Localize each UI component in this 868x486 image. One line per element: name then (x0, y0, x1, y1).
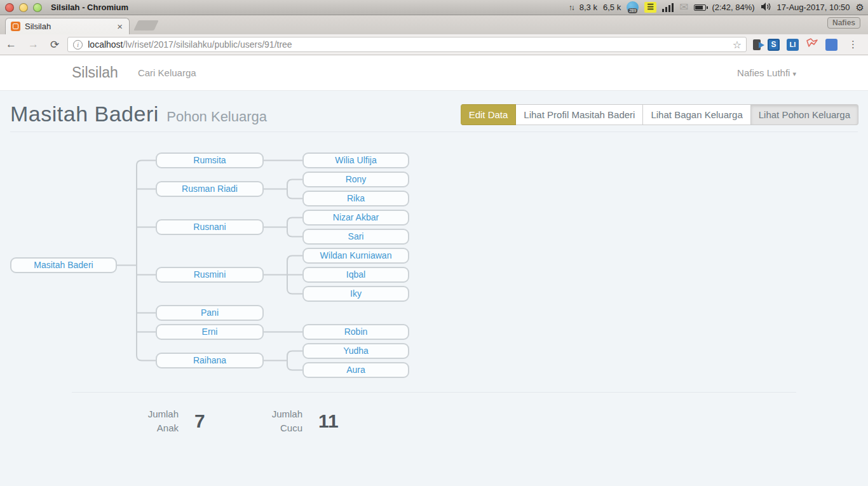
brand-link[interactable]: Silsilah (72, 64, 118, 81)
system-panel: Silsilah - Chromium ↑↓ 8,3 k 6,5 k 289 ☰… (0, 0, 868, 15)
lihat-pohon-button[interactable]: Lihat Pohon Keluarga (751, 104, 858, 125)
stat-value-cucu: 11 (318, 410, 339, 432)
settings-gear-icon[interactable]: ⚙ (856, 2, 864, 13)
tree-node-grandchild[interactable]: Nizar Akbar (302, 210, 409, 226)
ext-li-icon[interactable]: LI (787, 39, 799, 51)
tree-node-grandchild[interactable]: Yudha (302, 343, 409, 359)
page-title: Masitah Baderi (10, 102, 159, 126)
ext-phone-share-icon[interactable] (753, 39, 761, 50)
tree-node-grandchild[interactable]: Iky (302, 286, 409, 302)
back-button[interactable]: ← (0, 38, 22, 51)
tree-node-child[interactable]: Rumsita (156, 152, 264, 168)
ext-s-icon[interactable]: S (768, 39, 780, 51)
tab-strip: Silsilah × Nafies (0, 15, 868, 34)
page-info-icon[interactable]: i (73, 40, 83, 50)
chat-badge: 289 (628, 8, 637, 13)
tree-node-grandchild[interactable]: Rony (302, 172, 409, 187)
tree-node-grandchild[interactable]: Sari (302, 229, 409, 245)
tree-node-child[interactable]: Rusman Riadi (156, 181, 264, 197)
signal-strength-icon[interactable] (662, 3, 674, 12)
tree-node-child[interactable]: Rusnani (156, 219, 264, 235)
lihat-profil-button[interactable]: Lihat Profil Masitah Baderi (516, 104, 643, 125)
window-minimize-button[interactable] (19, 3, 28, 12)
clock[interactable]: 17-Aug-2017, 10:50 (777, 3, 850, 12)
window-title: Silsilah - Chromium (51, 3, 128, 12)
url-bar[interactable]: i localhost /lv/riset/2017/silsilahku/pu… (67, 37, 747, 52)
network-traffic-icon[interactable]: ↑↓ (569, 3, 574, 12)
tree-node-child[interactable]: Rusmini (156, 267, 264, 283)
tree-node-grandchild[interactable]: Rika (302, 191, 409, 206)
tree-node-grandchild[interactable]: Robin (302, 324, 409, 340)
browser-tab[interactable]: Silsilah × (5, 18, 130, 34)
window-maximize-button[interactable] (33, 3, 42, 12)
bookmark-star-icon[interactable]: ☆ (733, 39, 742, 51)
tree-node-child[interactable]: Pani (156, 305, 264, 321)
app-navbar: Silsilah Cari Keluarga Nafies Luthfi▾ (0, 55, 868, 91)
tree-node-grandchild[interactable]: Wildan Kurniawan (302, 248, 409, 264)
ext-laravel-icon[interactable] (806, 37, 818, 51)
volume-icon[interactable] (761, 2, 771, 13)
lihat-bagan-button[interactable]: Lihat Bagan Keluarga (643, 104, 750, 125)
family-tree: Masitah Baderi Rumsita Rusman Riadi Rusn… (0, 146, 868, 388)
tree-node-child[interactable]: Erni (156, 324, 264, 340)
header-divider (10, 132, 858, 132)
tab-title: Silsilah (25, 22, 116, 31)
ext-blue-icon[interactable] (825, 39, 837, 51)
stat-label-cucu: JumlahCucu (196, 407, 302, 435)
battery-status: (2:42, 84%) (712, 3, 754, 12)
edit-data-button[interactable]: Edit Data (461, 104, 517, 125)
system-tray: ↑↓ 8,3 k 6,5 k 289 ☰ ✉ (2:42, 84%) 17-Au… (569, 1, 868, 13)
view-actions: Edit Data Lihat Profil Masitah Baderi Li… (461, 104, 858, 125)
page-header: Masitah Baderi Pohon Keluarga (10, 102, 267, 126)
chat-indicator-icon[interactable]: 289 (627, 1, 639, 13)
stats-divider (72, 392, 796, 393)
network-down-rate: 6,5 k (603, 3, 621, 12)
browser-menu-icon[interactable]: ⋮ (844, 39, 862, 50)
tree-node-grandchild[interactable]: Iqbal (302, 267, 409, 283)
reload-button[interactable]: ⟳ (44, 38, 65, 51)
tab-favicon-icon (11, 22, 20, 31)
tree-node-grandchild[interactable]: Wilia Ulfija (302, 152, 409, 168)
stat-label-anak: JumlahAnak (72, 407, 179, 435)
mail-icon[interactable]: ✉ (679, 2, 688, 13)
window-controls (5, 3, 42, 12)
url-host: localhost (88, 39, 123, 50)
extension-icons: S LI ⋮ (753, 37, 868, 51)
caret-down-icon: ▾ (792, 70, 796, 78)
session-badge: Nafies (827, 17, 860, 29)
notes-indicator-icon[interactable]: ☰ (644, 2, 656, 13)
battery-icon[interactable] (694, 4, 706, 11)
nav-link-cari-keluarga[interactable]: Cari Keluarga (138, 67, 196, 78)
window-close-button[interactable] (5, 3, 14, 12)
network-up-rate: 8,3 k (580, 3, 597, 12)
browser-toolbar: ← → ⟳ i localhost /lv/riset/2017/silsila… (0, 34, 868, 55)
tree-connectors (0, 146, 868, 388)
page-subtitle: Pohon Keluarga (166, 109, 267, 125)
main-content: Masitah Baderi Pohon Keluarga Edit Data … (0, 91, 868, 486)
screen: Silsilah - Chromium ↑↓ 8,3 k 6,5 k 289 ☰… (0, 0, 868, 486)
tree-node-grandchild[interactable]: Aura (302, 362, 409, 378)
new-tab-button[interactable] (133, 20, 158, 30)
tree-node-root[interactable]: Masitah Baderi (10, 257, 117, 273)
user-dropdown[interactable]: Nafies Luthfi▾ (737, 67, 796, 78)
tree-node-child[interactable]: Raihana (156, 353, 264, 368)
tab-close-icon[interactable]: × (116, 22, 124, 31)
url-path: /lv/riset/2017/silsilahku/public/users/9… (123, 39, 292, 50)
forward-button[interactable]: → (22, 38, 44, 51)
